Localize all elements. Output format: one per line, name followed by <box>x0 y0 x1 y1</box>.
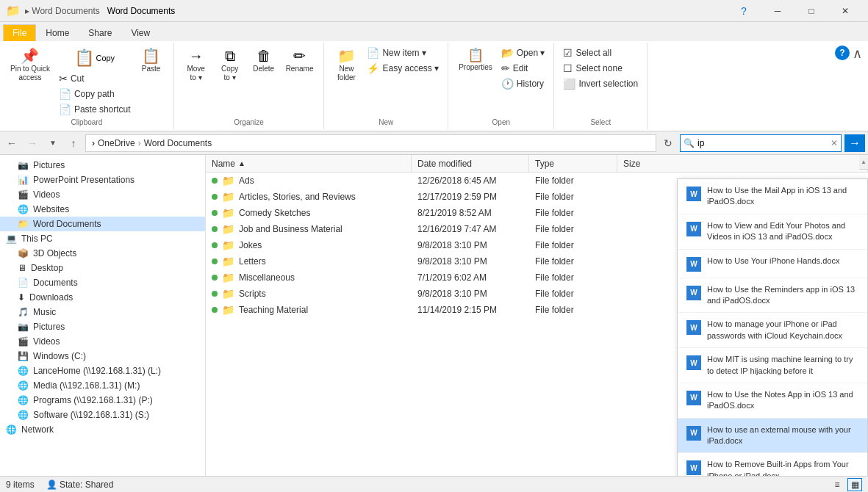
help-button[interactable]: ? <box>727 0 761 22</box>
sidebar-item-pictures2[interactable]: 📷 Pictures <box>0 319 205 334</box>
open-button[interactable]: 📂 Open ▾ <box>498 46 548 60</box>
paste-shortcut-button[interactable]: 📄 Paste shortcut <box>56 102 134 117</box>
sidebar-item-3d-objects[interactable]: 📦 3D Objects <box>0 246 205 261</box>
sidebar-item-videos[interactable]: 🎬 Videos <box>0 187 205 202</box>
sidebar-item-desktop[interactable]: 🖥 Desktop <box>0 261 205 275</box>
path-word-docs[interactable]: Word Documents <box>144 138 212 148</box>
back-button[interactable]: ← <box>3 134 21 152</box>
history-button[interactable]: 🕐 History <box>498 76 548 91</box>
delete-button[interactable]: 🗑 Delete <box>248 46 280 76</box>
new-folder-button[interactable]: 📁 Newfolder <box>330 46 362 85</box>
result-text: How to Use Your iPhone Hands.docx <box>707 256 839 267</box>
search-result-item[interactable]: W How MIT is using machine learning to t… <box>678 348 867 383</box>
easy-access-button[interactable]: ⚡ Easy access ▾ <box>364 61 442 76</box>
search-clear-button[interactable]: ✕ <box>831 138 838 148</box>
sidebar-item-media[interactable]: 🌐 Media (\\192.168.1.31) (M:) <box>0 378 205 393</box>
col-header-size[interactable]: Size <box>617 155 868 172</box>
copy-button-large[interactable]: 📋 Copy <box>56 46 134 70</box>
address-path[interactable]: › OneDrive › Word Documents <box>85 134 656 152</box>
sidebar-item-software[interactable]: 🌐 Software (\\192.168.1.31) (S:) <box>0 408 205 422</box>
pin-quick-access-button[interactable]: 📌 Pin to Quick access <box>6 46 54 85</box>
help-icon[interactable]: ? <box>835 46 850 60</box>
sidebar-item-windows-c[interactable]: 💾 Windows (C:) <box>0 349 205 363</box>
search-result-item[interactable]: W How to Use Your iPhone Hands.docx <box>678 250 867 278</box>
state-icon: 👤 <box>46 480 57 490</box>
ribbon-group-clipboard: 📌 Pin to Quick access 📋 Copy ✂ Cut 📄 Cop… <box>0 43 174 129</box>
view-list-button[interactable]: ▦ <box>847 478 862 491</box>
invert-selection-button[interactable]: ⬜ Invert selection <box>560 76 641 91</box>
copy-to-button[interactable]: ⧉ Copyto ▾ <box>214 46 246 85</box>
edit-button[interactable]: ✏ Edit <box>498 61 548 76</box>
sidebar-item-ppt[interactable]: 📊 PowerPoint Presentations <box>0 173 205 187</box>
sidebar-item-pictures-label: Pictures <box>33 160 65 170</box>
result-text: How to View and Edit Your Photos and Vid… <box>707 220 858 243</box>
path-onedrive[interactable]: OneDrive <box>98 138 135 148</box>
sidebar-item-word-docs-label: Word Documents <box>33 219 101 229</box>
copy-to-icon: ⧉ <box>225 48 235 63</box>
invert-selection-label: Invert selection <box>578 79 638 89</box>
easy-access-label: Easy access ▾ <box>382 63 439 73</box>
rename-button[interactable]: ✏ Rename <box>281 46 318 76</box>
forward-button[interactable]: → <box>24 134 41 152</box>
tab-home[interactable]: Home <box>36 24 79 41</box>
properties-button[interactable]: 📋 Properties <box>454 46 497 75</box>
select-none-button[interactable]: ☐ Select none <box>560 61 641 76</box>
view-details-button[interactable]: ≡ <box>830 478 844 491</box>
col-name-label: Name <box>212 159 235 169</box>
sidebar-item-pictures[interactable]: 📷 Pictures <box>0 158 205 173</box>
file-name: Comedy Sketches <box>239 208 310 218</box>
search-result-item[interactable]: W How to Use the Reminders app in iOS 13… <box>678 278 867 314</box>
search-result-item[interactable]: W How to manage your iPhone or iPad pass… <box>678 313 867 348</box>
history-icon: 🕐 <box>501 78 514 90</box>
col-header-date[interactable]: Date modified <box>412 155 529 172</box>
scroll-up-indicator[interactable]: ▲ <box>859 155 868 170</box>
sync-dot <box>212 194 218 200</box>
paste-button[interactable]: 📋 Paste <box>135 46 168 76</box>
refresh-button[interactable]: ↻ <box>659 134 677 152</box>
file-name: Job and Business Material <box>239 224 342 234</box>
sidebar-item-word-docs[interactable]: 📁 Word Documents <box>0 217 205 231</box>
file-date: 12/17/2019 2:59 PM <box>412 192 529 202</box>
sidebar-item-network[interactable]: 🌐 Network <box>0 422 205 437</box>
sidebar-item-music[interactable]: 🎵 Music <box>0 305 205 319</box>
new-label: New <box>379 118 393 126</box>
select-all-button[interactable]: ☑ Select all <box>560 46 641 60</box>
ribbon-collapse-icon[interactable]: ∧ <box>853 46 862 62</box>
copy-path-button[interactable]: 📄 Copy path <box>56 87 134 101</box>
search-result-item[interactable]: W How to View and Edit Your Photos and V… <box>678 214 867 250</box>
new-item-button[interactable]: 📄 New item ▾ <box>364 46 442 60</box>
file-type: File folder <box>529 208 617 218</box>
tab-file[interactable]: File <box>3 24 36 41</box>
up-button[interactable]: ↑ <box>65 134 82 152</box>
search-result-item[interactable]: W How to Remove Built-in Apps from Your … <box>678 453 867 476</box>
sidebar-item-websites[interactable]: 🌐 Websites <box>0 202 205 217</box>
tab-view[interactable]: View <box>121 24 159 41</box>
select-none-icon: ☐ <box>563 62 573 74</box>
result-text: How to Use the Reminders app in iOS 13 a… <box>707 284 858 307</box>
search-go-button[interactable]: → <box>844 134 865 152</box>
search-input[interactable] <box>697 138 828 148</box>
sidebar-item-this-pc[interactable]: 💻 This PC <box>0 231 205 246</box>
move-to-button[interactable]: → Moveto ▾ <box>180 46 212 85</box>
sidebar-item-desktop-label: Desktop <box>31 263 63 273</box>
col-header-type[interactable]: Type <box>529 155 617 172</box>
sidebar-item-lance-home[interactable]: 🌐 LanceHome (\\192.168.1.31) (L:) <box>0 363 205 378</box>
file-date: 8/21/2019 8:52 AM <box>412 208 529 218</box>
search-result-item-active[interactable]: W How to use an external mouse with your… <box>678 419 867 454</box>
search-result-item[interactable]: W How to Use the Mail App in iOS 13 and … <box>678 179 867 214</box>
sidebar-item-downloads[interactable]: ⬇ Downloads <box>0 290 205 305</box>
sidebar-item-programs[interactable]: 🌐 Programs (\\192.168.1.31) (P:) <box>0 393 205 408</box>
sort-arrow-name: ▲ <box>238 159 245 167</box>
search-result-item[interactable]: W How to Use the Notes App in iOS 13 and… <box>678 383 867 419</box>
cut-button[interactable]: ✂ Cut <box>56 71 134 86</box>
recent-locations-button[interactable]: ▼ <box>44 134 62 152</box>
col-header-name[interactable]: Name ▲ <box>206 155 412 172</box>
select-none-label: Select none <box>575 63 622 73</box>
sidebar-item-documents[interactable]: 📄 Documents <box>0 275 205 290</box>
word-docs-folder-icon: 📁 <box>18 219 29 229</box>
maximize-button[interactable]: □ <box>795 0 828 22</box>
tab-share[interactable]: Share <box>79 24 121 41</box>
minimize-button[interactable]: ─ <box>761 0 795 22</box>
close-button[interactable]: ✕ <box>828 0 862 22</box>
sidebar-item-videos2[interactable]: 🎬 Videos <box>0 334 205 349</box>
